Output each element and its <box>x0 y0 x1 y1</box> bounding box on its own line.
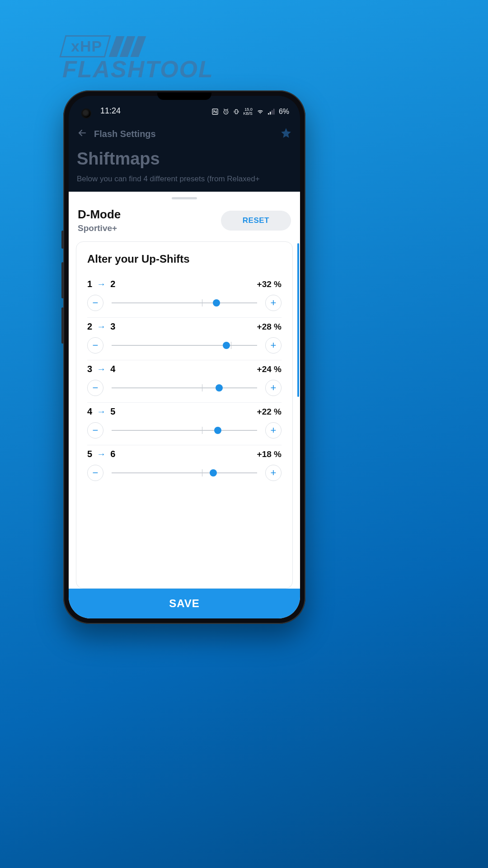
arrow-right-icon: → <box>97 406 106 417</box>
shift-percent: +24 % <box>257 364 282 374</box>
back-icon[interactable] <box>77 127 88 140</box>
shift-percent: +28 % <box>257 322 282 332</box>
gear-pair: 2 → 3 <box>87 321 115 332</box>
decrement-button[interactable]: − <box>87 422 103 439</box>
svg-rect-5 <box>272 110 272 115</box>
svg-rect-3 <box>268 113 269 114</box>
shift-row: 3 → 4 +24 % − + <box>87 360 282 403</box>
signal-icon <box>268 108 275 115</box>
shift-slider[interactable] <box>112 468 257 477</box>
upshift-card: Alter your Up-Shifts 1 → 2 +32 % − + 2 → <box>76 241 293 589</box>
gear-to: 6 <box>110 449 115 459</box>
reset-button[interactable]: RESET <box>221 211 291 231</box>
gear-to: 5 <box>110 406 115 417</box>
gear-to: 2 <box>110 279 115 289</box>
arrow-right-icon: → <box>97 321 106 332</box>
logo-word: FLASHTOOL <box>62 56 214 83</box>
card-title: Alter your Up-Shifts <box>87 253 282 265</box>
decrement-button[interactable]: − <box>87 337 103 354</box>
alarm-icon <box>222 108 230 115</box>
battery-percent: 6% <box>279 108 289 116</box>
gear-from: 4 <box>87 406 92 417</box>
gear-from: 5 <box>87 449 92 459</box>
scroll-indicator[interactable] <box>297 243 299 397</box>
arrow-right-icon: → <box>97 279 106 289</box>
gear-to: 4 <box>110 364 115 374</box>
phone-frame: 11:24 15.0 KB/S 6% <box>63 90 305 624</box>
arrow-right-icon: → <box>97 449 106 459</box>
screen: 11:24 15.0 KB/S 6% <box>69 96 300 618</box>
mode-subtitle: Sportive+ <box>78 223 121 233</box>
increment-button[interactable]: + <box>265 422 282 439</box>
shift-slider[interactable] <box>112 426 257 435</box>
decrement-button[interactable]: − <box>87 295 103 311</box>
wifi-icon <box>256 108 264 115</box>
app-logo: xHP FLASHTOOL <box>62 35 214 83</box>
shift-slider[interactable] <box>112 298 257 307</box>
save-button[interactable]: SAVE <box>69 589 300 618</box>
status-time: 11:24 <box>100 106 121 116</box>
shift-slider[interactable] <box>112 341 257 350</box>
shift-row: 5 → 6 +18 % − + <box>87 445 282 487</box>
front-camera <box>81 108 91 118</box>
gear-pair: 5 → 6 <box>87 449 115 459</box>
svg-rect-2 <box>235 109 238 113</box>
favorite-icon[interactable] <box>280 127 292 141</box>
page-subtitle: Below you can find 4 different presets (… <box>77 174 292 184</box>
svg-rect-4 <box>270 112 271 114</box>
vibrate-icon <box>233 108 239 115</box>
gear-from: 2 <box>87 321 92 332</box>
gear-to: 3 <box>110 321 115 332</box>
mode-title: D-Mode <box>78 208 121 222</box>
logo-badge: xHP <box>71 38 102 55</box>
bottom-sheet: D-Mode Sportive+ RESET Alter your Up-Shi… <box>69 192 300 618</box>
decrement-button[interactable]: − <box>87 380 103 396</box>
decrement-button[interactable]: − <box>87 465 103 481</box>
gear-pair: 4 → 5 <box>87 406 115 417</box>
increment-button[interactable]: + <box>265 295 282 311</box>
page-title: Shiftmaps <box>77 149 292 169</box>
shift-percent: +22 % <box>257 407 282 417</box>
shift-row: 1 → 2 +32 % − + <box>87 275 282 318</box>
header-title: Flash Settings <box>94 129 156 139</box>
shift-percent: +18 % <box>257 449 282 459</box>
increment-button[interactable]: + <box>265 465 282 481</box>
shift-percent: +32 % <box>257 279 282 289</box>
increment-button[interactable]: + <box>265 337 282 354</box>
gear-pair: 3 → 4 <box>87 364 115 374</box>
nfc-icon <box>211 108 219 115</box>
shift-row: 4 → 5 +22 % − + <box>87 403 282 445</box>
gear-from: 3 <box>87 364 92 374</box>
svg-rect-6 <box>273 109 274 115</box>
network-speed: 15.0 KB/S <box>243 108 253 116</box>
shift-row: 2 → 3 +28 % − + <box>87 318 282 360</box>
increment-button[interactable]: + <box>265 380 282 396</box>
arrow-right-icon: → <box>97 364 106 374</box>
gear-from: 1 <box>87 279 92 289</box>
app-header: Flash Settings Shiftmaps Below you can f… <box>69 117 300 184</box>
gear-pair: 1 → 2 <box>87 279 115 289</box>
shift-slider[interactable] <box>112 383 257 392</box>
